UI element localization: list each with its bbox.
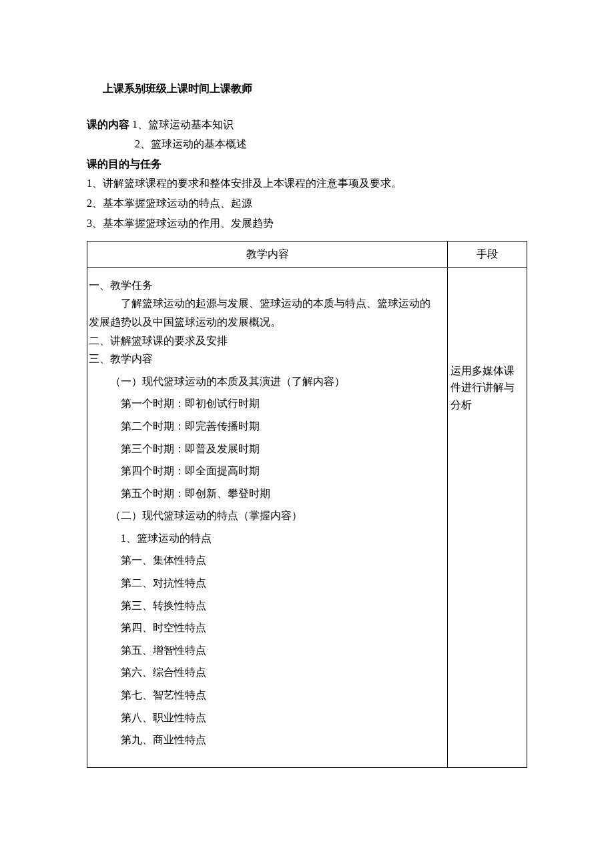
task-body-line1: 了解篮球运动的起源与发展、篮球运动的本质与特点、篮球运动的 <box>89 295 446 312</box>
table-header-row: 教学内容 手段 <box>87 242 527 268</box>
objective-3: 3、基本掌握篮球运动的作用、发展趋势 <box>87 215 527 232</box>
features-title: 1、篮球运动的特点 <box>89 530 446 547</box>
task-title: 一、教学任务 <box>89 277 446 294</box>
feature-5: 第五、增智性特点 <box>89 642 446 659</box>
content-row-1: 课的内容 1、篮球运动基本知识 <box>87 116 527 133</box>
objective-2: 2、基本掌握篮球运动的特点、起源 <box>87 195 527 212</box>
feature-8: 第八、职业性特点 <box>89 709 446 727</box>
table-body-row: 一、教学任务 了解篮球运动的起源与发展、篮球运动的本质与特点、篮球运动的 发展趋… <box>87 267 527 767</box>
table-header-content: 教学内容 <box>87 242 448 268</box>
period-1: 第一个时期：即初创试行时期 <box>89 395 446 412</box>
content-item-1: 1、篮球运动基本知识 <box>132 119 234 130</box>
teaching-table: 教学内容 手段 一、教学任务 了解篮球运动的起源与发展、篮球运动的本质与特点、篮… <box>87 241 527 768</box>
period-4: 第四个时期：即全面提高时期 <box>89 462 446 480</box>
task-body-line2: 发展趋势以及中国篮球运动的发展概况。 <box>89 314 446 331</box>
feature-3: 第三、转换性特点 <box>89 597 446 614</box>
sub2-title: （二）现代篮球运动的特点（掌握内容） <box>89 507 446 524</box>
feature-7: 第七、智艺性特点 <box>89 687 446 704</box>
section-3: 三、教学内容 <box>89 350 446 368</box>
header-line: 上课系别班级上课时间上课教师 <box>87 80 527 97</box>
sub1-title: （一）现代篮球运动的本质及其演进（了解内容） <box>89 373 446 390</box>
table-content-cell: 一、教学任务 了解篮球运动的起源与发展、篮球运动的本质与特点、篮球运动的 发展趋… <box>87 267 448 767</box>
period-2: 第二个时期：即完善传播时期 <box>89 418 446 435</box>
feature-9: 第九、商业性特点 <box>89 731 446 749</box>
objective-1: 1、讲解篮球课程的要求和整体安排及上本课程的注意事项及要求。 <box>87 175 527 192</box>
method-text: 运用多媒体课件进行讲解与分析 <box>450 277 524 414</box>
content-item-2: 2、篮球运动的基本概述 <box>87 135 527 153</box>
feature-6: 第六、综合性特点 <box>89 664 446 681</box>
table-method-cell: 运用多媒体课件进行讲解与分析 <box>448 267 527 767</box>
feature-2: 第二、对抗性特点 <box>89 574 446 592</box>
objective-label: 课的目的与任务 <box>87 155 527 173</box>
content-label: 课的内容 <box>87 119 129 130</box>
section-2: 二、讲解篮球课的要求及安排 <box>89 332 446 350</box>
feature-4: 第四、时空性特点 <box>89 619 446 636</box>
feature-1: 第一、集体性特点 <box>89 552 446 569</box>
period-3: 第三个时期：即普及发展时期 <box>89 440 446 458</box>
table-header-method: 手段 <box>448 242 527 268</box>
period-5: 第五个时期：即创新、攀登时期 <box>89 485 446 502</box>
